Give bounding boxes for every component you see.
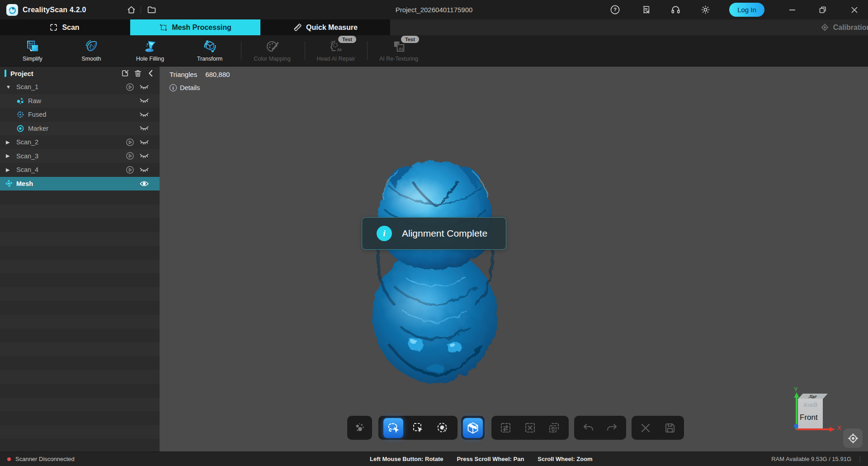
sidebar-item-raw[interactable]: Raw [0,94,160,108]
invert-selection-button[interactable] [496,418,516,438]
play-icon[interactable] [125,138,135,147]
tool-smooth[interactable]: Smooth [66,39,116,62]
minimize-button[interactable] [782,0,802,19]
toast-message: Alignment Complete [402,228,487,239]
sidebar-item-scan-1[interactable]: ▼ Scan_1 [0,80,160,94]
login-button[interactable]: Log In [729,3,764,17]
visibility-off-icon[interactable] [138,152,150,159]
tool-ai-retexturing[interactable]: AI Test AI Re-Texturing [374,39,424,62]
sidebar-item-marker[interactable]: Marker [0,122,160,136]
tab-quick-measure[interactable]: Quick Measure [283,19,368,35]
delete-selection-button[interactable] [544,418,564,438]
settings-gear-icon[interactable] [698,0,713,19]
tab-scan[interactable]: Scan [27,19,102,35]
sidebar-item-mesh[interactable]: Mesh [0,177,160,191]
toolbar-divider [305,41,305,60]
sidebar-item-scan-3[interactable]: ▶ Scan_3 [0,149,160,163]
delete-project-icon[interactable] [132,67,144,80]
status-bar: Scanner Disconnected Left Mouse Button: … [0,452,868,466]
simplify-icon [8,39,57,54]
visibility-off-icon[interactable] [138,139,150,146]
statusbar-divider [860,456,860,462]
tab-mesh-processing[interactable]: Mesh Processing [130,19,260,35]
tool-color-mapping[interactable]: Color Mapping [247,39,297,62]
hint-rotate: Left Mouse Button: Rotate [370,456,443,462]
caret-down-icon[interactable]: ▼ [6,84,11,90]
mesh-icon [5,179,13,188]
play-icon[interactable] [125,152,135,160]
point-select-button[interactable] [350,418,370,438]
visibility-off-icon[interactable] [138,166,150,173]
caret-right-icon[interactable]: ▶ [6,139,11,145]
tool-head-ai-repair-label: Head AI Repair [311,56,361,62]
ai-retexturing-icon: AI Test [374,39,424,54]
sidebar-item-fused[interactable]: Fused [0,108,160,122]
test-badge: Test [338,36,356,43]
lasso-select-button[interactable] [383,418,403,438]
open-folder-icon[interactable] [144,0,159,19]
tab-bar-right-panel: Calibration Export Model [390,19,868,35]
tool-transform-label: Transform [185,56,235,62]
tool-hole-filling[interactable]: Hole Filling [125,39,175,62]
app-name: CrealityScan 4.2.0 [23,6,86,14]
import-project-icon[interactable] [119,67,132,80]
toast-info-icon: i [377,226,392,241]
visibility-off-icon[interactable] [138,125,150,132]
toolgroup-pointcloud [347,416,372,440]
select-through-button[interactable] [463,418,483,438]
fused-pointcloud-icon [16,110,24,119]
tool-ai-retexturing-label: AI Re-Texturing [374,56,424,62]
deselect-button[interactable] [520,418,540,438]
help-icon[interactable]: ? [607,0,623,19]
sidebar-item-scan-4[interactable]: ▶ Scan_4 [0,163,160,177]
close-window-button[interactable] [844,0,865,19]
triangles-label: Triangles [170,71,197,78]
tab-calibration[interactable]: Calibration [804,19,868,35]
visibility-off-icon[interactable] [138,97,150,104]
undo-button[interactable] [578,418,598,438]
tool-head-ai-repair[interactable]: AI Test Head AI Repair [311,39,361,62]
orientation-gizmo[interactable]: Top Back Front Y X [790,386,844,437]
tool-smooth-label: Smooth [66,56,116,62]
tool-simplify[interactable]: Simplify [8,39,57,62]
toolgroup-selection-edit [491,416,569,440]
play-icon[interactable] [125,166,135,174]
redo-button[interactable] [602,418,622,438]
caret-right-icon[interactable]: ▶ [6,153,11,159]
tab-quick-measure-label: Quick Measure [306,24,358,32]
restore-window-button[interactable] [812,0,833,19]
support-headset-icon[interactable] [668,0,683,19]
raw-pointcloud-icon [16,97,24,105]
details-label: Details [180,84,200,91]
mode-tab-bar: Scan Mesh Processing Quick Measure Calib… [0,19,868,35]
sidebar-item-scan-2[interactable]: ▶ Scan_2 [0,135,160,149]
model-canvas[interactable] [363,155,508,386]
sidebar-header: Project [0,67,160,80]
svg-text:AI: AI [337,47,341,52]
details-toggle[interactable]: i Details [170,84,200,91]
tab-mesh-processing-label: Mesh Processing [172,24,231,32]
tool-transform[interactable]: Transform [185,39,235,62]
app-brand: CrealityScan 4.2.0 [0,4,86,16]
survey-icon[interactable] [638,0,654,19]
status-dot-icon [7,457,11,461]
cancel-button[interactable] [636,418,656,438]
save-button[interactable] [660,418,680,438]
visibility-off-icon[interactable] [138,84,150,90]
info-icon: i [170,84,177,91]
viewport-3d[interactable]: Triangles 680,880 i Details [160,67,868,452]
alignment-toast: i Alignment Complete [362,217,506,250]
home-icon[interactable] [123,0,139,19]
tool-simplify-label: Simplify [8,56,57,62]
caret-right-icon[interactable]: ▶ [6,167,11,173]
visibility-off-icon[interactable] [138,111,150,118]
play-icon[interactable] [125,83,135,91]
hint-pan: Press Scroll Wheel: Pan [457,456,524,462]
rectangle-select-button[interactable] [408,418,428,438]
hint-zoom: Scroll Wheel: Zoom [538,456,592,462]
recenter-view-button[interactable] [843,428,863,448]
region-select-button[interactable] [433,418,453,438]
collapse-sidebar-icon[interactable] [144,67,157,80]
marker-icon [16,124,24,133]
visibility-on-icon[interactable] [138,180,150,187]
